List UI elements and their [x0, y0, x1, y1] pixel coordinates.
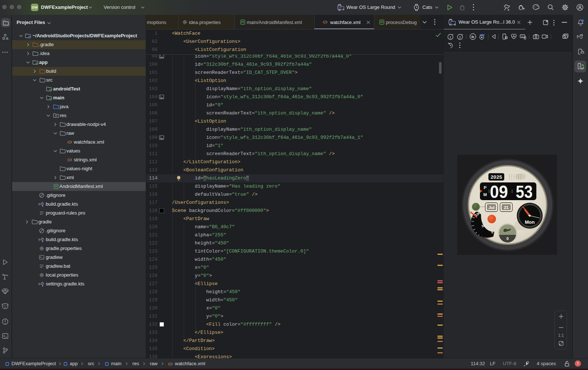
- svg-text:2: 2: [459, 35, 461, 39]
- svg-text:09: 09: [490, 182, 508, 202]
- svg-text:1: 1: [449, 35, 451, 39]
- svg-text:21: 21: [504, 205, 509, 210]
- svg-text:M: M: [483, 192, 487, 197]
- svg-text:2025: 2025: [491, 174, 502, 180]
- svg-text:53: 53: [516, 182, 533, 202]
- svg-text:P: P: [484, 185, 487, 190]
- svg-text:Jul: Jul: [488, 205, 495, 210]
- svg-text:Mon: Mon: [525, 219, 535, 225]
- svg-text:0: 0: [491, 230, 493, 234]
- svg-text:0: 0: [506, 236, 509, 241]
